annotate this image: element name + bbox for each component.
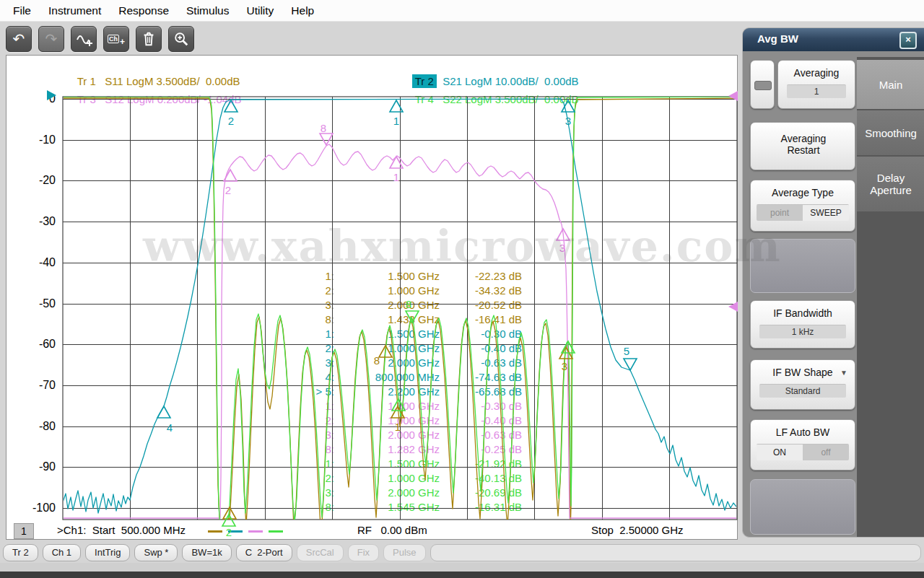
y-axis-tick: 0 [25,92,56,105]
marker-triangle [320,133,333,145]
lf-auto-bw-segmented: ON off [757,444,849,460]
marker-number: 2 [228,115,234,127]
y-axis-tick: -10 [25,133,56,146]
menu-response[interactable]: Response [110,1,178,21]
trace-legend-row-1: Tr 1 S11 LogM 3.500dB/ 0.00dB [62,63,240,79]
marker-number: 8 [321,122,326,134]
delete-button[interactable] [136,26,162,52]
panel-title: Avg BW [757,32,798,45]
redo-icon: ↷ [45,30,58,48]
tab-smoothing[interactable]: Smoothing [857,110,924,155]
trace-color-legend [208,530,283,533]
panel-header[interactable]: Avg BW × [743,28,924,51]
statusbar-ch-1[interactable]: Ch 1 [43,544,81,561]
marker-triangle [223,507,236,519]
menu-stimulus[interactable]: Stimulus [178,1,237,21]
channel-status-line: 1 >Ch1: Start 500.000 MHz RF 0.00 dBm St… [6,522,737,540]
marker-table-row: 8:1.545 GHz-16.31 dB [311,500,522,514]
average-type-segmented: point SWEEP [757,204,849,221]
average-type-sweep-option[interactable]: SWEEP [803,205,849,221]
statusbar-inttrig[interactable]: IntTrig [85,544,130,561]
marker-table-row: 2:1.000 GHz-40.13 dB [311,471,522,486]
averaging-toggle-button[interactable] [750,60,775,109]
menu-utility[interactable]: Utility [237,1,282,21]
marker-number: 5 [624,345,629,357]
menu-help[interactable]: Help [282,1,323,21]
menu-instrument[interactable]: Instrument [40,1,110,21]
y-axis-tick: -30 [25,215,56,228]
y-axis-tick: -40 [25,256,56,269]
reference-arrow-icon [728,91,738,101]
add-trace-button[interactable] [71,26,97,52]
averaging-value: 1 [787,84,846,98]
marker-table-row: 4:800.000 MHz-74.63 dB [311,370,522,385]
trace-legend-row-2b: Tr 4 S22 LogM 3.500dB/ 0.00dB [400,81,579,97]
add-channel-button[interactable]: Ch+ [103,26,129,52]
marker-number: 2 [225,184,231,196]
undo-button[interactable]: ↶ [6,26,32,52]
trace4-label[interactable]: Tr 4 S22 LogM 3.500dB/ 0.00dB [412,93,579,105]
averaging-button[interactable]: Averaging 1 [777,60,855,109]
average-type-button[interactable]: Average Type point SWEEP [750,180,855,232]
statusbar-fix[interactable]: Fix [348,544,379,561]
sweep-start-label: >Ch1: Start 500.000 MHz [57,524,186,536]
statusbar-tr-2[interactable]: Tr 2 [3,544,38,561]
marker-table-row: 1:1.500 GHz-22.23 dB [311,269,522,284]
lf-auto-bw-off-option[interactable]: off [803,445,849,460]
trace3-label[interactable]: Tr 3 S12 LogM 0.200dB/ -1.04dB [74,93,242,105]
lf-auto-bw-button[interactable]: LF Auto BW ON off [750,419,855,470]
marker-number: 3 [559,242,565,254]
legend-dash [269,530,283,533]
marker-number: 4 [167,421,173,434]
statusbar-bw-1k[interactable]: BW=1k [182,544,231,561]
if-bw-shape-value: Standard [759,384,846,398]
statusbar-c-2-port[interactable]: C 2-Port [236,544,292,561]
if-bandwidth-value: 1 kHz [759,325,846,338]
undo-icon: ↶ [13,30,25,48]
marker-number: 3 [562,360,567,372]
sweep-stop-label: Stop 2.50000 GHz [591,524,684,536]
marker-triangle [157,406,170,418]
marker-table-row: 2:1.000 GHz-0.40 dB [311,413,522,428]
statusbar-srccal[interactable]: SrcCal [297,544,344,561]
bottom-status-bar: Tr 2Ch 1IntTrigSwp *BW=1kC 2-PortSrcCalF… [0,543,924,563]
redo-button[interactable]: ↷ [38,26,64,52]
panel-tab-column: Main Smoothing Delay Aperture [857,57,924,537]
trace-legend-row-2: Tr 3 S12 LogM 0.200dB/ -1.04dB [62,81,241,97]
channel-number-box[interactable]: 1 [14,523,34,539]
measurement-area[interactable]: Tr 1 S11 LogM 3.500dB/ 0.00dB Tr 2 S21 L… [6,55,738,540]
reference-arrow-icon [728,302,738,312]
marker-number: 3 [565,115,571,127]
bottom-strip [0,563,924,572]
marker-table-row: 2:1.000 GHz-34.32 dB [311,284,522,298]
marker-triangle [224,170,237,181]
marker-triangle [390,157,403,168]
if-bw-shape-button[interactable]: IF BW Shape ▼ Standard [750,359,855,410]
zoom-button[interactable] [168,26,194,52]
marker-table-row: 1:1.500 GHz-21.92 dB [311,457,522,471]
marker-number: 1 [393,171,399,183]
y-axis-tick: -70 [25,379,56,392]
close-icon[interactable]: × [899,32,917,49]
marker-table-row: 2:1.000 GHz-0.40 dB [311,341,522,356]
menu-file[interactable]: File [4,1,40,21]
marker-table-row: 3:2.000 GHz-20.69 dB [311,486,522,500]
tab-delay-aperture[interactable]: Delay Aperture [857,157,924,211]
marker-table-row: 1:1.500 GHz-0.30 dB [311,327,522,341]
lf-auto-bw-on-option[interactable]: ON [757,445,803,460]
trace-legend-row-1b: Tr 2 S21 LogM 10.00dB/ 0.00dB [400,63,579,79]
y-axis-tick: -60 [25,338,56,351]
legend-dash [228,530,243,533]
y-axis-tick: -50 [25,297,56,310]
marker-table-row: 3:2.000 GHz-0.63 dB [311,428,522,442]
tab-main[interactable]: Main [857,60,924,109]
if-bandwidth-button[interactable]: IF Bandwidth 1 kHz [750,300,855,349]
statusbar-swp-[interactable]: Swp * [134,544,178,561]
window-bottom-edge [0,572,924,578]
statusbar-pulse[interactable]: Pulse [383,544,426,561]
y-axis-tick: -90 [25,460,56,473]
rf-power-label: RF 0.00 dBm [357,524,427,536]
average-type-point-option[interactable]: point [757,205,803,221]
averaging-restart-button[interactable]: Averaging Restart [750,122,855,170]
add-trace-icon [75,30,92,48]
